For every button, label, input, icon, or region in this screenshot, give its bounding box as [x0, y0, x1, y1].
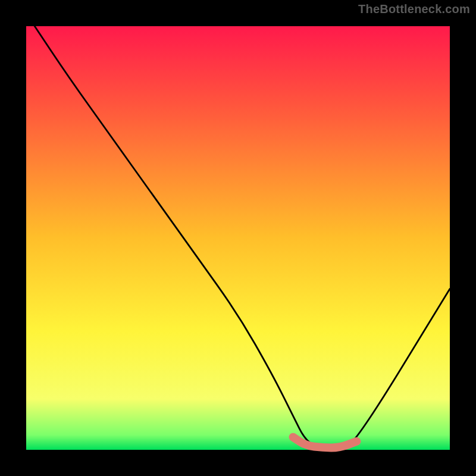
watermark-text: TheBottleneck.com — [358, 2, 470, 16]
chart-frame: TheBottleneck.com — [0, 0, 476, 476]
plot-background — [26, 26, 450, 450]
chart-svg — [0, 0, 476, 476]
